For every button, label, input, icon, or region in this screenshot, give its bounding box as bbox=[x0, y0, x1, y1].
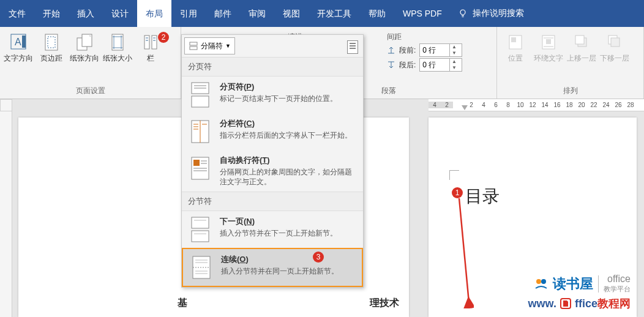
ruler-corner bbox=[0, 99, 12, 111]
tab-design[interactable]: 设计 bbox=[103, 0, 137, 27]
wrap-text-button[interactable]: 环绕文字 bbox=[533, 29, 564, 64]
size-button[interactable]: 纸张大小 bbox=[102, 29, 133, 64]
spacing-header: 间距 bbox=[387, 32, 487, 42]
group-arrange: 位置 环绕文字 上移一层 下移一层 排列 bbox=[497, 27, 644, 99]
svg-rect-9 bbox=[144, 35, 149, 49]
svg-text:A: A bbox=[15, 37, 21, 47]
annotation-arrow bbox=[455, 192, 474, 308]
spacing-after-spinner[interactable]: ▲▼ bbox=[419, 58, 462, 72]
tab-home[interactable]: 开始 bbox=[34, 0, 69, 27]
svg-rect-43 bbox=[192, 217, 209, 228]
breaks-button[interactable]: 分隔符 ▼ bbox=[184, 37, 235, 54]
bring-forward-button[interactable]: 上移一层 bbox=[566, 29, 597, 64]
tab-help[interactable]: 帮助 bbox=[360, 0, 394, 27]
svg-rect-22 bbox=[575, 35, 584, 44]
section-breaks-header: 分节符 bbox=[182, 192, 363, 211]
svg-point-54 bbox=[536, 279, 541, 284]
group-label-arrange: 排列 bbox=[497, 83, 643, 99]
position-button[interactable]: 位置 bbox=[500, 29, 531, 64]
breaks-dropdown: 分隔符 ▼ 分页符 分页符(P)标记一页结束与下一页开始的位置。 分栏符(C)指… bbox=[181, 34, 364, 288]
orientation-button[interactable]: 纸张方向 bbox=[69, 29, 100, 64]
tab-layout[interactable]: 布局 bbox=[137, 0, 171, 27]
svg-rect-24 bbox=[611, 38, 620, 47]
margins-button[interactable]: 页边距 bbox=[36, 29, 67, 64]
dushu-icon bbox=[534, 277, 548, 291]
spacing-before-spinner[interactable]: ▲▼ bbox=[419, 43, 462, 57]
doc-text-left: 基 bbox=[178, 297, 187, 310]
office-logo-icon bbox=[560, 297, 572, 310]
text-direction-button[interactable]: A 文字方向 bbox=[2, 29, 34, 64]
spacing-before-icon bbox=[387, 46, 395, 54]
annotation-2: 2 bbox=[158, 32, 169, 43]
ribbon-tab-bar: 文件 开始 插入 设计 布局 引用 邮件 审阅 视图 开发工具 帮助 WPS P… bbox=[0, 0, 644, 27]
svg-line-53 bbox=[459, 198, 469, 302]
breaks-icon bbox=[189, 41, 198, 51]
svg-rect-44 bbox=[192, 231, 209, 242]
tab-mailings[interactable]: 邮件 bbox=[206, 0, 240, 27]
send-backward-button[interactable]: 下移一层 bbox=[599, 29, 631, 64]
horizontal-ruler[interactable]: 42 246 81012 141618 202224 2628 bbox=[429, 99, 644, 111]
svg-rect-25 bbox=[190, 42, 197, 45]
doc-text-right: 理技术 bbox=[370, 297, 399, 310]
text-wrapping-break-item[interactable]: 自动换行符(T)分隔网页上的对象周围的文字，如分隔题注文字与正文。 bbox=[182, 150, 363, 192]
continuous-break-item[interactable]: 连续(O)插入分节符并在同一页上开始新节。 3 bbox=[182, 248, 363, 287]
svg-rect-18 bbox=[546, 39, 551, 44]
lightbulb-icon bbox=[458, 9, 468, 18]
page-margin-marker bbox=[449, 170, 459, 180]
chevron-down-icon: ▼ bbox=[225, 43, 231, 49]
page-break-item[interactable]: 分页符(P)标记一页结束与下一页开始的位置。 bbox=[182, 76, 363, 113]
spacing-after-icon bbox=[387, 61, 395, 69]
page-right[interactable]: 目录 1 读书屋 office教学平台 www. ffice教程网 bbox=[429, 117, 637, 317]
tab-wpspdf[interactable]: WPS PDF bbox=[394, 0, 451, 27]
tab-file[interactable]: 文件 bbox=[0, 0, 34, 27]
svg-rect-16 bbox=[511, 37, 516, 42]
svg-point-55 bbox=[541, 279, 546, 284]
watermark-logo: 读书屋 office教学平台 www. ffice教程网 bbox=[528, 274, 631, 311]
tell-me-search[interactable]: 操作说明搜索 bbox=[458, 8, 524, 19]
next-page-break-item[interactable]: 下一页(N)插入分节符并在下一页上开始新节。 bbox=[182, 211, 363, 248]
group-page-setup: A 文字方向 页边距 纸张方向 纸张大小 栏 2 页面设置 bbox=[0, 27, 181, 99]
column-break-item[interactable]: 分栏符(C)指示分栏符后面的文字将从下一栏开始。 bbox=[182, 113, 363, 150]
svg-rect-10 bbox=[152, 35, 157, 49]
group-label-page-setup: 页面设置 bbox=[0, 83, 181, 99]
svg-rect-3 bbox=[22, 35, 26, 48]
tab-view[interactable]: 视图 bbox=[274, 0, 309, 27]
vertical-ruler[interactable] bbox=[0, 111, 12, 317]
annotation-3: 3 bbox=[313, 252, 324, 263]
columns-button[interactable]: 栏 2 bbox=[135, 29, 167, 64]
svg-rect-28 bbox=[192, 96, 209, 107]
svg-point-0 bbox=[460, 10, 465, 15]
tab-references[interactable]: 引用 bbox=[171, 0, 206, 27]
tab-developer[interactable]: 开发工具 bbox=[309, 0, 360, 27]
tab-review[interactable]: 审阅 bbox=[240, 0, 274, 27]
indent-marker-icon[interactable] bbox=[462, 105, 468, 111]
page-breaks-header: 分页符 bbox=[182, 57, 363, 76]
tab-insert[interactable]: 插入 bbox=[69, 0, 103, 27]
svg-rect-38 bbox=[193, 160, 200, 166]
svg-rect-26 bbox=[190, 47, 197, 50]
document-icon[interactable] bbox=[347, 40, 358, 54]
